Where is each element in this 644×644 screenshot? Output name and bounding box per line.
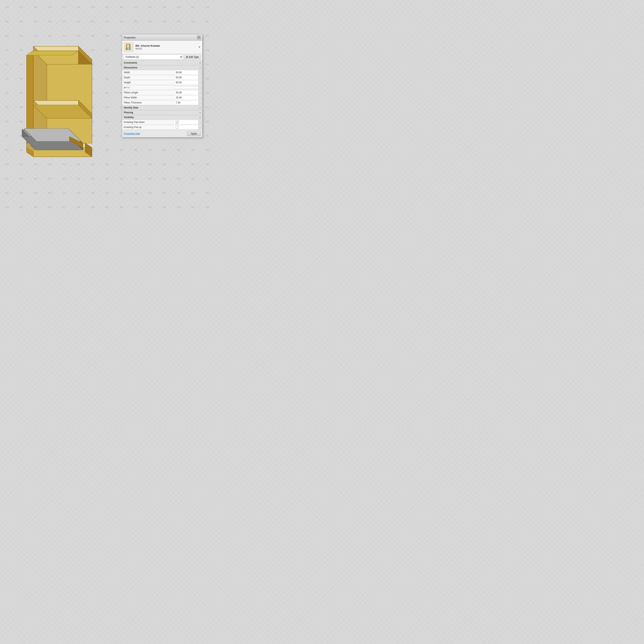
width-btn[interactable]: … <box>198 70 202 75</box>
pillow-width-label: Pillow Width <box>122 96 174 100</box>
edit-type-icon: ⊞ <box>186 56 188 58</box>
kneeling-pad-up-checkbox-cell[interactable] <box>174 125 198 129</box>
pad-btn[interactable]: … <box>198 85 202 90</box>
prop-row-kneeling-pad-up: Kneeling Pad up … <box>122 125 202 130</box>
svg-marker-13 <box>27 51 78 55</box>
edit-type-button[interactable]: ⊞ Edit Type <box>184 55 201 59</box>
height-btn[interactable]: … <box>198 80 202 85</box>
object-sub: Wood <box>135 47 160 50</box>
panel-title: Properties <box>124 36 136 39</box>
phasing-collapse-icon: « <box>199 111 201 114</box>
kneeling-pad-down-btn[interactable]: … <box>198 120 202 125</box>
pillow-thickness-label: Pillow Thickness <box>122 101 174 105</box>
section-phasing[interactable]: Phasing « <box>122 110 202 115</box>
kneeling-pad-up-btn[interactable]: … <box>198 125 202 130</box>
object-icon <box>124 42 133 52</box>
svg-marker-33 <box>126 47 130 48</box>
scene-area <box>4 32 117 173</box>
depth-btn[interactable]: … <box>198 75 202 80</box>
pad-label: ▶Pad <box>122 86 174 90</box>
prop-row-pad: ▶Pad … <box>122 85 202 90</box>
visibility-collapse-icon: » <box>199 116 201 119</box>
constraints-collapse-icon: « <box>199 62 201 64</box>
identity-data-collapse-icon: « <box>199 106 201 109</box>
svg-marker-35 <box>126 49 127 50</box>
depth-value[interactable]: 50.00 <box>174 75 198 79</box>
pillow-thickness-btn[interactable]: … <box>198 100 202 105</box>
section-dimensions[interactable]: Dimensions » <box>122 65 202 70</box>
width-label: Width <box>122 70 174 74</box>
pillow-length-value[interactable]: 43.00 <box>174 91 198 95</box>
category-row: Furniture (1) ⊞ Edit Type <box>122 54 202 60</box>
dimensions-label: Dimensions <box>124 66 137 69</box>
phasing-label: Phasing <box>124 111 133 114</box>
kneeling-pad-down-checkbox-cell[interactable]: ✓ <box>174 120 198 124</box>
svg-marker-34 <box>125 49 129 50</box>
properties-panel: Properties ✕ RD_Church Kneeler Wood ▼ Fu… <box>122 34 202 137</box>
prop-row-pillow-length: Pillow Length 43.00 … <box>122 90 202 95</box>
object-arrow-icon[interactable]: ▼ <box>198 46 201 49</box>
kneeler-illustration <box>4 32 117 173</box>
svg-marker-31 <box>126 45 127 49</box>
prop-row-pillow-width: Pillow Width 25.00 … <box>122 95 202 100</box>
height-label: Height <box>122 81 174 85</box>
panel-footer: Properties help Apply <box>122 130 202 137</box>
properties-help-link[interactable]: Properties help <box>124 132 140 135</box>
section-identity-data[interactable]: Identity Data « <box>122 105 202 110</box>
width-value[interactable]: 50.00 <box>174 70 198 74</box>
pillow-length-label: Pillow Length <box>122 91 174 95</box>
pillow-length-btn[interactable]: … <box>198 90 202 95</box>
prop-row-width: Width 50.00 … <box>122 70 202 75</box>
panel-titlebar: Properties ✕ <box>122 34 202 41</box>
identity-data-label: Identity Data <box>124 106 138 109</box>
section-visibility[interactable]: Visibility » <box>122 115 202 120</box>
pillow-thickness-value[interactable]: 7.00 <box>174 101 198 105</box>
object-info: RD_Church Kneeler Wood <box>135 44 160 50</box>
prop-row-height: Height 83.00 … <box>122 80 202 85</box>
edit-type-label: Edit Type <box>189 56 199 58</box>
kneeling-pad-up-label: Kneeling Pad up <box>122 125 174 129</box>
prop-row-depth: Depth 50.00 … <box>122 75 202 80</box>
constraints-label: Constraints <box>124 61 137 64</box>
kneeler-icon-svg <box>125 43 133 51</box>
category-select[interactable]: Furniture (1) <box>124 55 183 59</box>
panel-header: RD_Church Kneeler Wood ▼ <box>122 41 202 54</box>
section-constraints[interactable]: Constraints « <box>122 60 202 65</box>
pad-value[interactable] <box>174 87 198 88</box>
kneeling-pad-up-checkbox[interactable] <box>176 126 179 129</box>
prop-row-pillow-thickness: Pillow Thickness 7.00 … <box>122 100 202 105</box>
prop-row-kneeling-pad-down: Kneeling Pad down ✓ … <box>122 120 202 125</box>
apply-button[interactable]: Apply <box>187 131 201 136</box>
pillow-width-value[interactable]: 25.00 <box>174 96 198 100</box>
pillow-width-btn[interactable]: … <box>198 95 202 100</box>
close-button[interactable]: ✕ <box>197 36 201 39</box>
dimensions-collapse-icon: » <box>199 66 201 69</box>
object-name: RD_Church Kneeler <box>135 44 160 47</box>
kneeling-pad-down-label: Kneeling Pad down <box>122 120 174 124</box>
svg-marker-32 <box>129 44 130 49</box>
kneeling-pad-down-checkbox[interactable]: ✓ <box>176 121 179 124</box>
height-value[interactable]: 83.00 <box>174 81 198 85</box>
depth-label: Depth <box>122 75 174 79</box>
svg-marker-36 <box>129 49 130 50</box>
visibility-label: Visibility <box>124 116 134 119</box>
